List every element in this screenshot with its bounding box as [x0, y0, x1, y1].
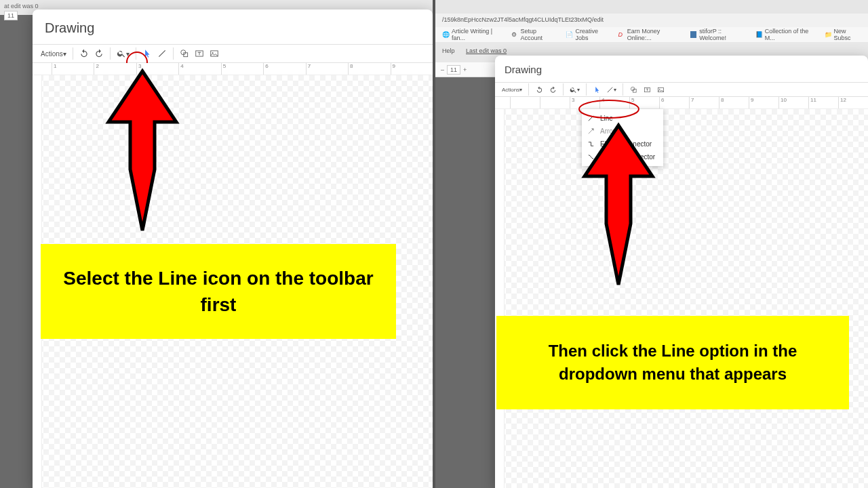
- bookmark-item[interactable]: stiforP :: Welcome!: [690, 28, 746, 41]
- tutorial-step-left: at edit was 0 11 Drawing Actions ▾ ▾ 1 2…: [0, 0, 433, 488]
- redo-icon: [94, 49, 104, 58]
- textbox-icon: [195, 49, 204, 58]
- bookmark-item[interactable]: DEarn Money Online:...: [618, 28, 681, 41]
- svg-point-10: [579, 100, 639, 118]
- image-icon: [657, 86, 665, 94]
- select-tool-button[interactable]: [591, 83, 602, 96]
- image-button[interactable]: [655, 83, 666, 96]
- font-size-value: 11: [4, 11, 18, 20]
- zoom-button[interactable]: ▾: [568, 83, 581, 96]
- bookmark-item[interactable]: 📁New Subsc: [825, 28, 861, 41]
- textbox-button[interactable]: [193, 47, 205, 60]
- undo-icon: [536, 86, 543, 94]
- toolbar-dash: –: [441, 66, 444, 73]
- browser-tabs: [435, 0, 868, 14]
- line-icon: [606, 86, 614, 94]
- bookmarks-bar: 🌐Article Writing | fan... ⚙Setup Account…: [435, 27, 868, 42]
- help-menu[interactable]: Help: [442, 47, 455, 54]
- drawing-dialog: Drawing Actions ▾ ▾ ▾ 3 4 5 6 7 8: [495, 56, 868, 488]
- line-tool-button[interactable]: [156, 47, 168, 60]
- textbox-icon: [644, 86, 651, 94]
- shape-icon: [630, 86, 637, 94]
- redo-button[interactable]: [547, 83, 558, 96]
- svg-point-0: [181, 50, 186, 55]
- actions-menu-button[interactable]: Actions ▾: [500, 83, 524, 96]
- tutorial-step-right: /159k8nEpHccNzw2JT4l5acMfqgt4CLUIdqTLEt2…: [435, 0, 868, 488]
- dialog-title: Drawing: [33, 9, 433, 44]
- svg-point-5: [631, 87, 635, 91]
- redo-button[interactable]: [93, 47, 105, 60]
- shape-icon: [180, 49, 189, 58]
- horizontal-ruler: 1 2 3 4 5 6 7 8 9: [33, 63, 433, 75]
- zoom-icon: [570, 86, 577, 94]
- shape-button[interactable]: [628, 83, 639, 96]
- image-icon: [210, 49, 219, 58]
- undo-icon: [79, 49, 89, 58]
- tutorial-callout: Then click the Line option in the dropdo…: [496, 316, 849, 409]
- redo-icon: [549, 86, 557, 94]
- bookmark-item[interactable]: 📘Collection of the M...: [755, 28, 815, 41]
- doc-icon: 📄: [566, 31, 572, 38]
- textbox-button[interactable]: [642, 83, 652, 96]
- toolbar-plus: +: [463, 66, 467, 73]
- gear-icon: ⚙: [511, 31, 517, 38]
- undo-button[interactable]: [534, 83, 545, 96]
- vertical-ruler: [495, 109, 505, 488]
- actions-menu-button[interactable]: Actions ▾: [39, 47, 68, 60]
- address-bar[interactable]: /159k8nEpHccNzw2JT4l5acMfqgt4CLUIdqTLEt2…: [435, 14, 868, 27]
- line-icon: [157, 49, 167, 58]
- font-size-value[interactable]: 11: [447, 65, 460, 75]
- drawing-canvas[interactable]: Line Arrow Elbow Connector Curved Connec…: [495, 109, 868, 488]
- folder-icon: 📁: [825, 31, 831, 38]
- shape-button[interactable]: [178, 47, 191, 60]
- zoom-icon: [117, 49, 126, 58]
- square-icon: [690, 31, 696, 38]
- dialog-title: Drawing: [495, 56, 868, 82]
- tutorial-arrow: [102, 68, 183, 237]
- tutorial-callout: Select the Line icon on the toolbar firs…: [41, 244, 396, 339]
- letter-d-icon: D: [618, 31, 625, 38]
- globe-icon: 🌐: [442, 31, 449, 38]
- book-icon: 📘: [755, 31, 762, 38]
- bookmark-item[interactable]: 📄Creative Jobs: [566, 28, 608, 41]
- undo-button[interactable]: [78, 47, 90, 60]
- highlight-ellipse: [575, 98, 643, 121]
- drawing-toolbar: Actions ▾ ▾: [33, 44, 433, 63]
- bookmark-item[interactable]: ⚙Setup Account: [511, 28, 556, 41]
- last-edit-link[interactable]: Last edit was 0: [466, 47, 507, 54]
- line-tool-button[interactable]: ▾: [605, 83, 618, 96]
- horizontal-ruler: 3 4 5 6 7 8 9 10 11 12: [495, 97, 868, 109]
- cursor-icon: [593, 86, 601, 94]
- image-button[interactable]: [208, 47, 220, 60]
- drawing-toolbar: Actions ▾ ▾ ▾: [495, 82, 868, 97]
- bookmark-item[interactable]: 🌐Article Writing | fan...: [442, 28, 502, 41]
- tutorial-arrow: [578, 122, 659, 291]
